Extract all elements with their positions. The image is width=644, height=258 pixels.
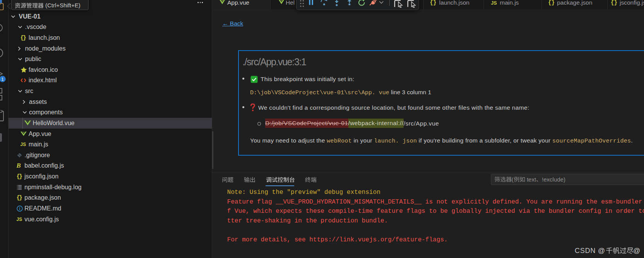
svg-text:1: 1 bbox=[1, 77, 3, 81]
